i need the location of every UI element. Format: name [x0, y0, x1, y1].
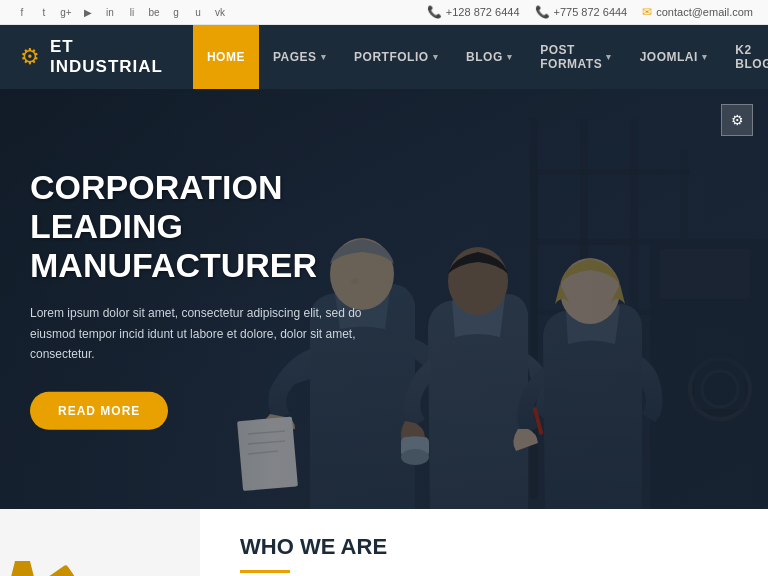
who-we-are-title: WHO WE ARE: [240, 534, 728, 560]
machine-image-area: [0, 509, 200, 576]
nav-item-pages[interactable]: PAGES ▾: [259, 25, 340, 89]
contact-info: 📞 +128 872 6444 📞 +775 872 6444 ✉ contac…: [427, 5, 753, 19]
nav-item-home[interactable]: HOME: [193, 25, 259, 89]
phone-2[interactable]: 📞 +775 872 6444: [535, 5, 628, 19]
logo-icon: ⚙: [20, 44, 40, 70]
logo-text: ET INDUSTRIAL: [50, 37, 163, 77]
who-we-are-section: WHO WE ARE Neque porro quisquam est, qui…: [200, 509, 768, 576]
twitter-icon[interactable]: t: [37, 5, 51, 19]
google-plus-icon[interactable]: g+: [59, 5, 73, 19]
hero-description: Lorem ipsum dolor sit amet, consectetur …: [30, 303, 370, 364]
phone-icon-1: 📞: [427, 5, 442, 19]
chevron-down-icon: ▾: [702, 52, 708, 62]
nav-item-k2blog[interactable]: K2 BLOG ▾: [721, 25, 768, 89]
instagram-icon[interactable]: in: [103, 5, 117, 19]
below-hero-section: WHO WE ARE Neque porro quisquam est, qui…: [0, 509, 768, 576]
google-icon[interactable]: g: [169, 5, 183, 19]
nav-item-post-formats[interactable]: POST FORMATS ▾: [526, 25, 625, 89]
hero-title: CORPORATION LEADING MANUFACTURER: [30, 168, 370, 285]
linkedin-icon[interactable]: li: [125, 5, 139, 19]
nav-item-blog[interactable]: BLOG ▾: [452, 25, 526, 89]
email-icon: ✉: [642, 5, 652, 19]
chevron-down-icon: ▾: [606, 52, 612, 62]
behance-icon[interactable]: be: [147, 5, 161, 19]
email-contact[interactable]: ✉ contact@email.com: [642, 5, 753, 19]
settings-button[interactable]: ⚙: [721, 104, 753, 136]
vk-icon[interactable]: vk: [213, 5, 227, 19]
nav-item-portfolio[interactable]: PORTFOLIO ▾: [340, 25, 452, 89]
chevron-down-icon: ▾: [507, 52, 513, 62]
top-bar: f t g+ ▶ in li be g u vk 📞 +128 872 6444…: [0, 0, 768, 25]
hero-section: ⚙ CORPORATION LEADING MANUFACTURER Lorem…: [0, 89, 768, 509]
u-icon[interactable]: u: [191, 5, 205, 19]
machine-illustration: [5, 556, 195, 576]
section-underline: [240, 570, 290, 573]
phone-1[interactable]: 📞 +128 872 6444: [427, 5, 520, 19]
read-more-button[interactable]: READ MORE: [30, 392, 168, 430]
logo-name: INDUSTRIAL: [50, 57, 163, 76]
main-nav: HOME PAGES ▾ PORTFOLIO ▾ BLOG ▾ POST FOR…: [193, 25, 768, 89]
facebook-icon[interactable]: f: [15, 5, 29, 19]
logo-area[interactable]: ⚙ ET INDUSTRIAL: [0, 25, 183, 89]
chevron-down-icon: ▾: [433, 52, 439, 62]
gear-icon: ⚙: [731, 112, 744, 128]
nav-item-joomlai[interactable]: JOOMLAI ▾: [626, 25, 722, 89]
chevron-down-icon: ▾: [321, 52, 327, 62]
youtube-icon[interactable]: ▶: [81, 5, 95, 19]
main-header: ⚙ ET INDUSTRIAL HOME PAGES ▾ PORTFOLIO ▾…: [0, 25, 768, 89]
social-links[interactable]: f t g+ ▶ in li be g u vk: [15, 5, 227, 19]
phone-icon-2: 📞: [535, 5, 550, 19]
svg-rect-31: [29, 564, 75, 576]
hero-content: CORPORATION LEADING MANUFACTURER Lorem i…: [30, 168, 370, 430]
logo-brand: ET: [50, 37, 74, 56]
